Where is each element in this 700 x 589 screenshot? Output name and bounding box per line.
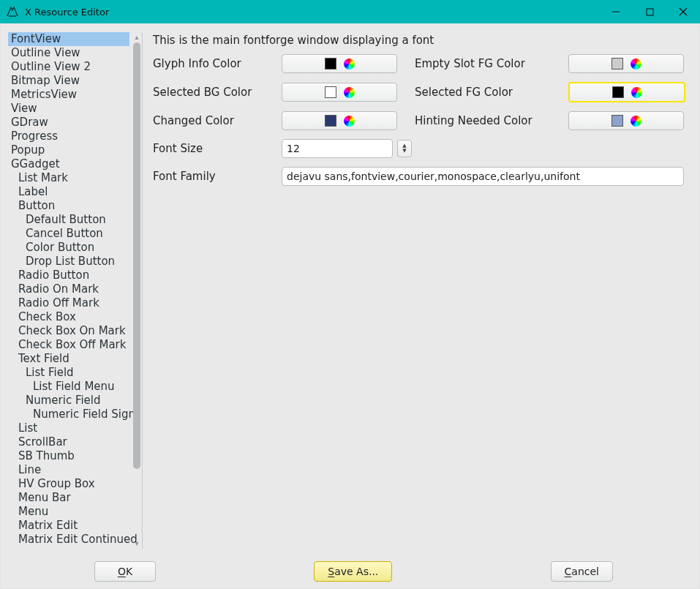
window-title: X Resource Editor bbox=[25, 7, 109, 18]
tree-item[interactable]: List Mark bbox=[8, 171, 129, 185]
sidebar-scrollbar[interactable]: ▴ ▾ bbox=[132, 32, 142, 549]
color-swatch bbox=[611, 115, 623, 127]
window-controls bbox=[599, 0, 700, 23]
color-swatch bbox=[612, 86, 624, 98]
panel-description: This is the main fontforge window displa… bbox=[153, 34, 690, 47]
color-swatch bbox=[611, 58, 623, 70]
tree-item[interactable]: HV Group Box bbox=[8, 477, 129, 491]
field-label: Font Family bbox=[153, 170, 282, 183]
tree-item[interactable]: List Field bbox=[8, 366, 129, 380]
app-icon bbox=[6, 5, 19, 18]
tree-item[interactable]: Outline View 2 bbox=[8, 60, 129, 74]
color-button-right-0[interactable] bbox=[568, 54, 684, 73]
color-swatch bbox=[325, 58, 336, 70]
color-swatch bbox=[325, 86, 336, 98]
font-size-control: 12▲▼ bbox=[282, 139, 415, 158]
tree-item[interactable]: Default Button bbox=[8, 213, 129, 227]
tree-item[interactable]: ScrollBar bbox=[8, 435, 129, 449]
maximize-button[interactable] bbox=[633, 0, 666, 23]
tree-item[interactable]: Cancel Button bbox=[8, 227, 129, 241]
font-family-input[interactable]: dejavu sans,fontview,courier,monospace,c… bbox=[282, 167, 684, 186]
color-wheel-icon bbox=[344, 87, 355, 98]
tree-item[interactable]: GDraw bbox=[8, 116, 129, 130]
tree-item[interactable]: Check Box On Mark bbox=[8, 324, 129, 338]
scroll-thumb[interactable] bbox=[133, 42, 140, 469]
field-label: Glyph Info Color bbox=[153, 57, 282, 70]
tree-item[interactable]: Text Field bbox=[8, 352, 129, 366]
tree-item[interactable]: SB Thumb bbox=[8, 449, 129, 463]
field-label: Font Size bbox=[153, 142, 282, 155]
tree-item[interactable]: Check Box Off Mark bbox=[8, 338, 129, 352]
field-label: Selected BG Color bbox=[153, 86, 282, 99]
tree-item[interactable]: Radio On Mark bbox=[8, 282, 129, 296]
tree-item[interactable]: Check Box bbox=[8, 310, 129, 324]
tree-item[interactable]: Outline View bbox=[8, 46, 129, 60]
tree-item[interactable]: View bbox=[8, 102, 129, 116]
form-grid: Glyph Info ColorEmpty Slot FG ColorSelec… bbox=[153, 54, 690, 186]
field-label: Empty Slot FG Color bbox=[415, 57, 568, 70]
tree-item[interactable]: Menu bbox=[8, 505, 129, 519]
titlebar: X Resource Editor bbox=[0, 0, 700, 23]
resource-tree[interactable]: FontViewOutline ViewOutline View 2Bitmap… bbox=[8, 32, 129, 547]
tree-item[interactable]: Popup bbox=[8, 143, 129, 157]
color-button-right-1[interactable] bbox=[568, 82, 685, 102]
tree-item[interactable]: Color Button bbox=[8, 241, 129, 255]
sidebar: FontViewOutline ViewOutline View 2Bitmap… bbox=[8, 32, 143, 549]
field-label: Hinting Needed Color bbox=[415, 114, 568, 127]
color-button-left-0[interactable] bbox=[282, 54, 397, 73]
field-label: Selected FG Color bbox=[415, 86, 568, 99]
scroll-down-icon[interactable]: ▾ bbox=[132, 539, 142, 549]
ok-button[interactable]: OK bbox=[94, 561, 156, 582]
save-as-button[interactable]: Save As... bbox=[314, 561, 392, 582]
ok-label-rest: K bbox=[126, 566, 132, 577]
tree-item[interactable]: MetricsView bbox=[8, 88, 129, 102]
tree-item[interactable]: Numeric Field Sign bbox=[8, 408, 129, 421]
tree-item[interactable]: Label bbox=[8, 185, 129, 199]
ok-label-accel: O bbox=[118, 566, 126, 577]
save-label-rest: ave As... bbox=[334, 566, 378, 577]
tree-item[interactable]: Drop List Button bbox=[8, 255, 129, 269]
tree-item[interactable]: GGadget bbox=[8, 157, 129, 171]
tree-item[interactable]: Progress bbox=[8, 130, 129, 143]
tree-item[interactable]: Line bbox=[8, 463, 129, 477]
color-button-left-1[interactable] bbox=[282, 83, 397, 102]
color-swatch bbox=[325, 115, 336, 127]
tree-item[interactable]: Menu Bar bbox=[8, 491, 129, 505]
scroll-up-icon[interactable]: ▴ bbox=[132, 32, 142, 42]
tree-item[interactable]: Button bbox=[8, 199, 129, 213]
scroll-track[interactable] bbox=[132, 42, 142, 539]
tree-item[interactable]: Numeric Field bbox=[8, 394, 129, 408]
button-bar: OK Save As... Cancel bbox=[1, 558, 699, 588]
tree-item[interactable]: Radio Off Mark bbox=[8, 296, 129, 310]
font-size-input[interactable]: 12 bbox=[282, 139, 393, 158]
color-button-right-2[interactable] bbox=[568, 111, 684, 130]
cancel-label-rest: ancel bbox=[571, 566, 599, 577]
tree-item[interactable]: List Field Menu bbox=[8, 380, 129, 394]
color-wheel-icon bbox=[344, 59, 355, 70]
svg-rect-1 bbox=[647, 9, 653, 15]
close-button[interactable] bbox=[666, 0, 700, 23]
color-wheel-icon bbox=[631, 87, 642, 98]
cancel-button[interactable]: Cancel bbox=[551, 561, 613, 582]
cancel-label-accel: C bbox=[565, 566, 572, 577]
tree-item[interactable]: Matrix Edit bbox=[8, 519, 129, 533]
color-wheel-icon bbox=[631, 59, 641, 70]
minimize-button[interactable] bbox=[599, 0, 633, 23]
settings-panel: This is the main fontforge window displa… bbox=[153, 32, 690, 558]
field-label: Changed Color bbox=[153, 114, 282, 127]
save-label-accel: S bbox=[328, 566, 334, 577]
tree-item[interactable]: Bitmap View bbox=[8, 74, 129, 88]
color-wheel-icon bbox=[344, 116, 355, 127]
tree-item[interactable]: Radio Button bbox=[8, 269, 129, 282]
chevron-down-icon: ▼ bbox=[402, 149, 406, 154]
tree-item[interactable]: Matrix Edit Continued bbox=[8, 533, 129, 547]
color-wheel-icon bbox=[631, 116, 641, 127]
color-button-left-2[interactable] bbox=[282, 111, 397, 130]
font-size-stepper[interactable]: ▲▼ bbox=[397, 140, 412, 157]
tree-item[interactable]: List bbox=[8, 421, 129, 435]
tree-item[interactable]: FontView bbox=[8, 32, 129, 46]
